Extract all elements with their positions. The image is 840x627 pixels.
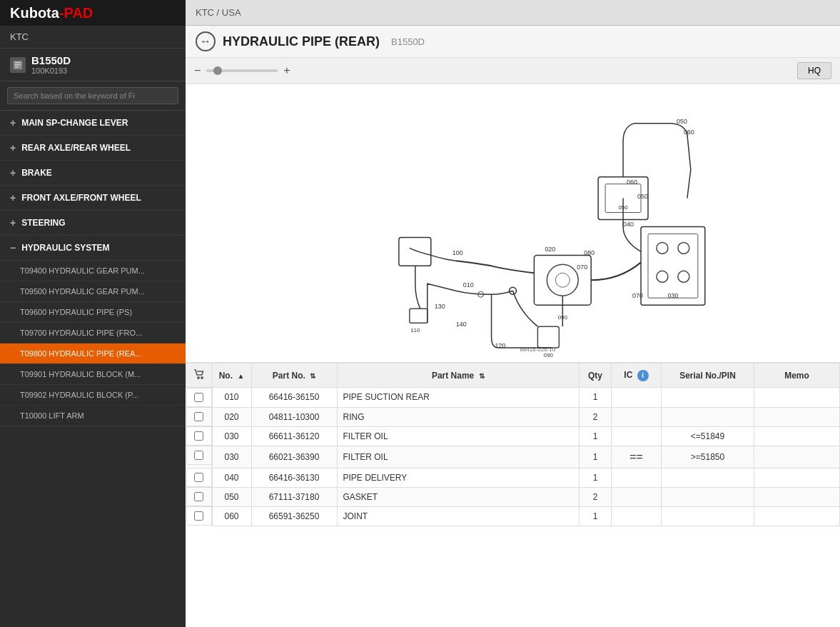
model-text: B1550D 100K0193 <box>31 54 71 75</box>
row-checkbox[interactable] <box>194 431 203 441</box>
row-partname: PIPE DELIVERY <box>337 468 580 487</box>
row-partname: GASKET <box>337 487 580 506</box>
no-sort-icon: ▲ <box>237 372 244 380</box>
row-qty: 1 <box>580 468 612 487</box>
sidebar-item-front-axle[interactable]: +FRONT AXLE/FRONT WHEEL <box>0 186 186 211</box>
nav-item-label: MAIN SP-CHANGE LEVER <box>21 118 128 128</box>
sidebar-item-steering[interactable]: +STEERING <box>0 211 186 236</box>
zoom-minus-button[interactable]: − <box>194 64 201 77</box>
table-area: No. ▲ Part No. ⇅ Part Name ⇅ Qty IC i Se… <box>186 363 840 627</box>
row-memo <box>754 487 840 506</box>
sidebar-item-rear-axle[interactable]: +REAR AXLE/REAR WHEEL <box>0 136 186 161</box>
row-qty: 1 <box>580 506 612 526</box>
partno-sort-icon: ⇅ <box>310 372 315 380</box>
svg-text:050: 050 <box>677 118 687 125</box>
row-serial <box>662 468 754 487</box>
sidebar-subitem-t09400[interactable]: T09400 HYDRAULIC GEAR PUM... <box>0 261 186 281</box>
partname-sort-icon: ⇅ <box>479 372 485 380</box>
row-no: 030 <box>212 426 251 446</box>
nav-item-label: REAR AXLE/REAR WHEEL <box>21 143 131 153</box>
svg-text:070: 070 <box>632 292 643 299</box>
sidebar-subitem-t09700[interactable]: T09700 HYDRAULIC PIPE (FRO... <box>0 323 186 343</box>
row-checkbox[interactable] <box>194 412 203 421</box>
table-row: 03066611-36120FILTER OIL1<=51849 <box>186 426 840 446</box>
svg-point-42 <box>201 377 203 378</box>
row-qty: 2 <box>580 487 612 506</box>
row-partno: 66416-36150 <box>251 388 337 408</box>
col-header-partno: Part No. ⇅ <box>251 363 337 388</box>
plus-icon: + <box>10 167 16 179</box>
row-partname: PIPE SUCTION REAR <box>337 388 580 408</box>
zoom-slider-thumb[interactable] <box>213 66 222 75</box>
col-header-qty: Qty <box>580 363 612 388</box>
top-bar: Kubota-PAD KTC / USA <box>0 0 840 26</box>
sidebar-subitem-t10000[interactable]: T10000 LIFT ARM <box>0 406 186 426</box>
row-ic <box>612 388 662 408</box>
sidebar-subitem-t09500[interactable]: T09500 HYDRAULIC GEAR PUM... <box>0 281 186 302</box>
sidebar-nav: +MAIN SP-CHANGE LEVER+REAR AXLE/REAR WHE… <box>0 111 186 627</box>
model-icon <box>10 57 26 73</box>
row-checkbox-cell <box>186 426 212 446</box>
table-row: 03066021-36390FILTER OIL1==>=51850 <box>186 446 840 468</box>
row-checkbox[interactable] <box>194 473 203 482</box>
main-content: ↔ HYDRAULIC PIPE (REAR) B1550D − + HQ <box>186 26 840 627</box>
hydraulic-diagram: 030 050 090 090 <box>186 84 840 362</box>
row-qty: 1 <box>580 446 612 468</box>
col-header-cart <box>186 363 213 388</box>
nav-item-label: FRONT AXLE/FRONT WHEEL <box>21 193 141 203</box>
row-serial <box>662 487 754 506</box>
sidebar-item-brake[interactable]: +BRAKE <box>0 161 186 186</box>
row-serial <box>662 388 754 408</box>
row-ic <box>612 487 662 506</box>
nav-item-label: STEERING <box>21 218 65 228</box>
logo-kubota: Kubota <box>10 5 59 21</box>
plus-icon: + <box>10 192 16 204</box>
parts-table: No. ▲ Part No. ⇅ Part Name ⇅ Qty IC i Se… <box>186 363 840 526</box>
nav-item-label: HYDRAULIC SYSTEM <box>21 243 109 253</box>
page-subtitle: B1550D <box>391 36 425 47</box>
plus-icon: + <box>10 217 16 229</box>
row-checkbox[interactable] <box>194 451 203 460</box>
sidebar-subitem-t09800[interactable]: T09800 HYDRAULIC PIPE (REA... <box>0 343 186 364</box>
row-memo <box>754 407 840 426</box>
svg-text:020: 020 <box>545 246 555 253</box>
col-header-memo: Memo <box>754 363 840 388</box>
plus-icon: + <box>10 117 16 129</box>
row-ic <box>612 407 662 426</box>
breadcrumb: KTC / USA <box>186 0 840 26</box>
table-header-row: No. ▲ Part No. ⇅ Part Name ⇅ Qty IC i Se… <box>186 363 840 388</box>
row-no: 010 <box>212 388 251 408</box>
sidebar-subitem-t09902[interactable]: T09902 HYDRAULIC BLOCK (P... <box>0 385 186 406</box>
sidebar-subitem-t09901[interactable]: T09901 HYDRAULIC BLOCK (M... <box>0 364 186 385</box>
row-partno: 66611-36120 <box>251 426 337 446</box>
row-checkbox[interactable] <box>194 393 203 402</box>
row-checkbox[interactable] <box>194 492 203 501</box>
zoom-slider[interactable] <box>206 69 278 72</box>
row-ic: == <box>612 446 662 468</box>
svg-text:040: 040 <box>623 221 634 228</box>
row-qty: 1 <box>580 388 612 408</box>
row-checkbox-cell <box>186 388 212 407</box>
hq-button[interactable]: HQ <box>797 62 831 79</box>
row-checkbox-cell <box>186 487 212 506</box>
row-checkbox-cell <box>186 468 212 487</box>
row-checkbox[interactable] <box>194 511 203 521</box>
row-no: 040 <box>212 468 251 487</box>
table-row: 05067111-37180GASKET2 <box>186 487 840 506</box>
row-ic <box>612 426 662 446</box>
col-header-ic: IC i <box>612 363 662 388</box>
row-partno: 67111-37180 <box>251 487 337 506</box>
sidebar-item-hydraulic-system[interactable]: −HYDRAULIC SYSTEM <box>0 236 186 261</box>
row-memo <box>754 426 840 446</box>
back-button[interactable]: ↔ <box>196 31 216 51</box>
svg-rect-1 <box>15 62 21 64</box>
svg-text:010: 010 <box>463 281 474 289</box>
svg-text:060: 060 <box>627 179 637 186</box>
search-input[interactable] <box>7 87 178 104</box>
sidebar-subitem-t09600[interactable]: T09600 HYDRAULIC PIPE (PS) <box>0 302 186 323</box>
row-partname: JOINT <box>337 506 580 526</box>
row-memo <box>754 468 840 487</box>
zoom-plus-button[interactable]: + <box>283 64 290 77</box>
svg-text:060: 060 <box>684 129 694 136</box>
sidebar-item-main-sp-change[interactable]: +MAIN SP-CHANGE LEVER <box>0 111 186 136</box>
